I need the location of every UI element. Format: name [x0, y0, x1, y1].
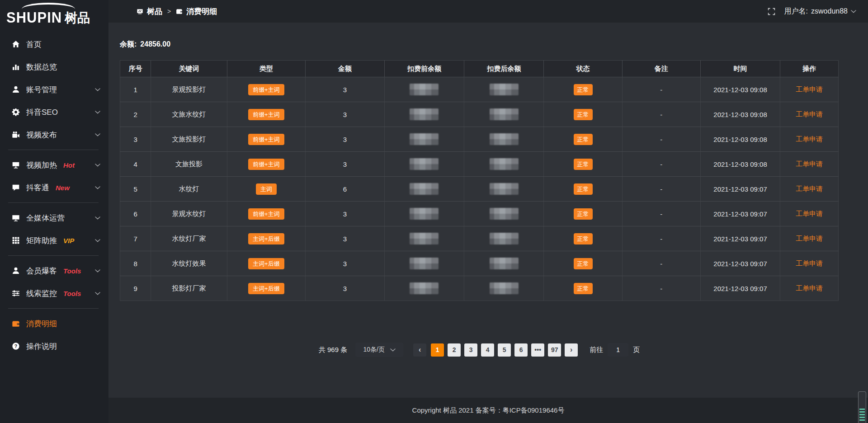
cell-action: 工单申请 [780, 202, 839, 226]
status-badge: 正常 [574, 159, 593, 170]
masked-balance-after [490, 282, 519, 294]
work-order-link[interactable]: 工单申请 [796, 235, 823, 242]
cell-balance-before [384, 226, 464, 251]
sidebar-item-label: 会员爆客 [26, 266, 57, 276]
type-badge: 主词+后缀 [248, 233, 284, 244]
logo-text-cn: 树品 [65, 9, 90, 27]
sidebar-item-label: 数据总览 [26, 62, 57, 72]
chart-icon [11, 63, 20, 71]
sidebar-item-douketong[interactable]: 抖客通New [0, 176, 108, 199]
cell-remark: - [622, 152, 700, 177]
masked-balance-before [410, 208, 439, 220]
work-order-link[interactable]: 工单申请 [796, 284, 823, 292]
cell-amount: 3 [305, 127, 384, 152]
work-order-link[interactable]: 工单申请 [796, 160, 823, 168]
sidebar-item-media-operation[interactable]: 全媒体运营 [0, 207, 108, 229]
table-row: 6景观水纹灯前缀+主词3正常-2021-12-03 09:07工单申请 [120, 202, 839, 226]
cell-balance-after [464, 77, 544, 102]
work-order-link[interactable]: 工单申请 [796, 210, 823, 217]
goto-page-input[interactable] [608, 343, 628, 357]
logo-arc-icon [22, 3, 75, 9]
cell-type: 前缀+主词 [227, 77, 305, 102]
prev-page-button[interactable]: ‹ [413, 343, 426, 357]
grid-icon [11, 236, 20, 244]
cell-remark: - [622, 251, 700, 276]
sidebar-item-matrix-boost[interactable]: 矩阵助推VIP [0, 229, 108, 252]
sidebar-item-video-publish[interactable]: 视频发布 [0, 123, 108, 146]
sidebar-item-data-overview[interactable]: 数据总览 [0, 56, 108, 78]
cell-index: 9 [120, 276, 151, 301]
cell-type: 前缀+主词 [227, 152, 305, 177]
status-badge: 正常 [574, 233, 593, 244]
status-badge: 正常 [574, 283, 593, 294]
floating-side-widget[interactable] [858, 391, 866, 423]
work-order-link[interactable]: 工单申请 [796, 259, 823, 267]
page-button-5[interactable]: 5 [498, 343, 511, 357]
cell-amount: 3 [305, 276, 384, 301]
sidebar-item-consumption-detail[interactable]: 消费明细 [0, 312, 108, 335]
cell-keyword: 景观水纹灯 [151, 202, 227, 226]
cell-time: 2021-12-03 09:08 [700, 102, 780, 127]
cell-action: 工单申请 [780, 226, 839, 251]
username-label: 用户名: [784, 7, 808, 16]
masked-balance-before [410, 108, 439, 120]
page-button-3[interactable]: 3 [464, 343, 477, 357]
help-icon: ? [11, 342, 20, 350]
sidebar: SHUPIN 树品 首页数据总览账号管理抖音SEO视频发布视频加热Hot抖客通N… [0, 0, 108, 423]
column-header: 备注 [622, 61, 700, 77]
work-order-link[interactable]: 工单申请 [796, 135, 823, 143]
cell-action: 工单申请 [780, 102, 839, 127]
sidebar-item-label: 视频加热 [26, 160, 57, 170]
masked-balance-after [490, 208, 519, 220]
sidebar-item-account-management[interactable]: 账号管理 [0, 78, 108, 101]
page-size-select[interactable]: 10条/页 [355, 343, 403, 357]
next-page-button[interactable]: › [565, 343, 578, 357]
type-badge: 主词 [256, 183, 277, 195]
chevron-down-icon [390, 348, 396, 352]
chevron-down-icon [95, 133, 100, 136]
content: 余额:24856.00 序号关键词类型金额扣费前余额扣费后余额状态备注时间操作 … [108, 23, 868, 398]
status-badge: 正常 [574, 109, 593, 120]
type-badge: 前缀+主词 [248, 208, 284, 220]
wallet-icon [11, 320, 20, 328]
sidebar-item-label: 操作说明 [26, 341, 57, 352]
sidebar-item-home[interactable]: 首页 [0, 33, 108, 56]
cell-balance-before [384, 102, 464, 127]
sidebar-item-douyin-seo[interactable]: 抖音SEO [0, 101, 108, 123]
column-header: 扣费后余额 [464, 61, 544, 77]
page-button-2[interactable]: 2 [448, 343, 461, 357]
cell-balance-before [384, 177, 464, 202]
cell-remark: - [622, 226, 700, 251]
page-button-97[interactable]: 97 [548, 343, 561, 357]
sidebar-item-member-burst[interactable]: 会员爆客Tools [0, 259, 108, 282]
user-dropdown[interactable]: 用户名: zswodun88 [784, 7, 856, 16]
work-order-link[interactable]: 工单申请 [796, 85, 823, 93]
masked-balance-before [410, 158, 439, 170]
masked-balance-before [410, 233, 439, 244]
cell-keyword: 水纹灯效果 [151, 251, 227, 276]
cell-status: 正常 [544, 152, 622, 177]
balance-label: 余额: [120, 40, 137, 48]
page-button-4[interactable]: 4 [481, 343, 494, 357]
sidebar-item-lead-monitor[interactable]: 线索监控Tools [0, 282, 108, 305]
page-button-1[interactable]: 1 [431, 343, 444, 357]
status-badge: 正常 [574, 183, 593, 195]
status-badge: 正常 [574, 134, 593, 145]
fullscreen-icon[interactable] [768, 8, 775, 15]
cell-status: 正常 [544, 202, 622, 226]
consumption-table: 序号关键词类型金额扣费前余额扣费后余额状态备注时间操作 1景观投影灯前缀+主词3… [120, 60, 839, 301]
sidebar-item-video-heating[interactable]: 视频加热Hot [0, 154, 108, 176]
work-order-link[interactable]: 工单申请 [796, 185, 823, 193]
cell-time: 2021-12-03 09:08 [700, 127, 780, 152]
masked-balance-after [490, 108, 519, 120]
pagination: 共 969 条 10条/页 ‹ 123456•••97 › 前往 页 [120, 343, 839, 357]
page-button-6[interactable]: 6 [514, 343, 528, 357]
sidebar-item-operation-guide[interactable]: ?操作说明 [0, 335, 108, 357]
cell-action: 工单申请 [780, 251, 839, 276]
breadcrumb-item-root[interactable]: 树品 [137, 6, 162, 17]
cell-balance-after [464, 152, 544, 177]
work-order-link[interactable]: 工单申请 [796, 110, 823, 118]
breadcrumb-item-current[interactable]: 消费明细 [176, 6, 217, 17]
cell-keyword: 文旅投影灯 [151, 127, 227, 152]
page-ellipsis-button[interactable]: ••• [531, 343, 544, 357]
